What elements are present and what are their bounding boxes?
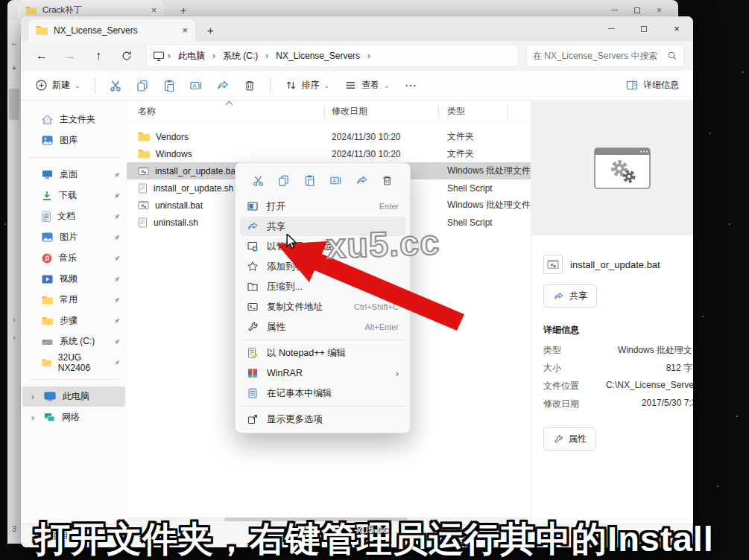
more-options-button[interactable]: ⋯ [398, 74, 423, 98]
close-icon[interactable]: × [182, 25, 188, 36]
address-bar: ← → ↑ › 此电脑 › 系统 (C:) › NX_License_Serve… [21, 41, 693, 71]
refresh-button[interactable] [115, 45, 139, 67]
column-separator[interactable] [507, 105, 508, 118]
submenu-chevron-icon: › [396, 368, 399, 379]
sidebar-item-home[interactable]: 主文件夹 [22, 109, 125, 130]
menu-item-show-more-options[interactable]: 显示更多选项 [240, 410, 405, 429]
up-button[interactable]: ↑ [86, 45, 110, 67]
folder-icon [36, 25, 48, 35]
svg-text:A: A [192, 82, 196, 89]
share-button[interactable] [210, 74, 236, 98]
details-properties-button[interactable]: 属性 [543, 427, 596, 451]
breadcrumb-item-this-pc[interactable]: 此电脑 [173, 48, 210, 65]
menu-item-shortcut: Ctrl+Shift+C [354, 302, 399, 311]
maximize-button[interactable] [628, 16, 660, 41]
background-window-edge: ← + › › 3 [7, 20, 21, 544]
menu-item-label: 以 Notepad++ 编辑 [267, 347, 346, 360]
copy-button[interactable] [274, 171, 294, 190]
chevron-right-icon[interactable]: › [28, 392, 37, 402]
sidebar-item-32ug-nx2406[interactable]: 32UG NX2406 [22, 352, 125, 372]
search-input[interactable] [533, 51, 663, 61]
column-separator[interactable] [324, 105, 325, 118]
column-header-date[interactable]: 修改日期 [324, 105, 438, 118]
cut-button[interactable] [247, 171, 268, 190]
menu-item-copy-file-path[interactable]: 复制文件地址 Ctrl+Shift+C [240, 297, 405, 316]
chevron-right-icon[interactable]: › [28, 413, 37, 423]
batch-file-icon [543, 255, 563, 274]
menu-item-label: 复制文件地址 [267, 301, 323, 314]
sidebar-item-label: 步骤 [60, 314, 78, 327]
column-header-type[interactable]: 类型 [438, 105, 531, 118]
menu-item-properties[interactable]: 属性 Alt+Enter [240, 317, 405, 337]
breadcrumb-item-drive-c[interactable]: 系统 (C:) [218, 48, 263, 65]
back-button[interactable]: ← [30, 45, 54, 67]
selected-file-summary: install_or_update.bat [543, 255, 693, 274]
details-pane-toggle[interactable]: 详细信息 [619, 74, 686, 98]
sidebar-item-label: 常用 [60, 293, 78, 306]
menu-item-label: WinRAR [267, 368, 303, 378]
sidebar-item-changyong[interactable]: 常用 [22, 290, 125, 310]
sidebar-item-network[interactable]: › 网络 [22, 407, 125, 427]
shell-script-icon [138, 183, 148, 194]
sidebar-item-label: 32UG NX2406 [58, 352, 108, 373]
sidebar-item-gallery[interactable]: 图库 [22, 130, 125, 150]
sidebar-item-pictures[interactable]: 图片 [22, 227, 125, 247]
minimize-button[interactable] [595, 16, 628, 41]
folder-icon [42, 316, 53, 325]
menu-item-label: 共享 [267, 220, 285, 233]
new-tab-button[interactable]: + [195, 19, 226, 41]
rename-button[interactable]: A [183, 74, 209, 98]
details-value: C:\NX_License_Servers [606, 380, 693, 392]
delete-button[interactable] [237, 74, 262, 98]
maximize-icon[interactable] [634, 7, 640, 13]
sidebar-item-videos[interactable]: 视频 [22, 269, 125, 289]
file-type: 文件夹 [438, 130, 531, 143]
paste-button[interactable] [157, 74, 182, 98]
star-dot [4, 223, 6, 225]
downloads-icon [42, 191, 52, 201]
file-row-windows[interactable]: Windows 2024/11/30 10:20 文件夹 [127, 145, 531, 162]
explorer-tab[interactable]: NX_License_Servers × [28, 19, 195, 41]
menu-item-edit-with-notepadpp[interactable]: 以 Notepad++ 编辑 [240, 343, 405, 363]
breadcrumb-item-folder[interactable]: NX_License_Servers [271, 48, 365, 63]
sort-button-label: 排序 [302, 79, 320, 92]
close-icon[interactable]: × [151, 5, 157, 16]
selected-file-name: install_or_update.bat [570, 259, 660, 270]
copy-button[interactable] [130, 74, 155, 98]
sidebar-item-label: 视频 [60, 273, 78, 285]
menu-item-winrar[interactable]: WinRAR › [240, 363, 405, 383]
forward-button[interactable]: → [58, 45, 82, 67]
sidebar-item-downloads[interactable]: 下载 [22, 185, 125, 206]
share-button[interactable] [351, 171, 372, 190]
chevron-down-icon: ⌄ [75, 82, 80, 89]
new-button[interactable]: 新建 ⌄ [28, 74, 87, 98]
close-icon[interactable]: × [657, 5, 662, 16]
cut-button[interactable] [103, 74, 128, 98]
details-share-button[interactable]: 共享 [543, 284, 597, 308]
sidebar-item-buzhou[interactable]: 步骤 [22, 311, 125, 331]
sort-button[interactable]: 排序 ⌄ [278, 74, 337, 98]
sidebar-item-documents[interactable]: 文档 [22, 206, 125, 226]
close-button[interactable]: × [660, 16, 693, 41]
file-row-vendors[interactable]: Vendors 2024/11/30 10:20 文件夹 [127, 128, 531, 145]
menu-item-open[interactable]: 打开 Enter [240, 197, 405, 216]
paste-button[interactable] [300, 171, 320, 190]
delete-button[interactable] [377, 171, 398, 190]
details-pane-icon [625, 79, 639, 92]
menu-item-compress-to[interactable]: 压缩到... [240, 277, 405, 296]
view-icon [344, 79, 357, 92]
star-icon [247, 261, 259, 273]
sidebar-item-this-pc[interactable]: › 此电脑 [22, 386, 125, 407]
menu-item-edit-in-notepad[interactable]: 在记事本中编辑 [240, 384, 405, 403]
rename-button[interactable]: A [325, 171, 346, 190]
column-separator[interactable] [438, 105, 439, 118]
sidebar-item-drive-c[interactable]: 系统 (C:) [22, 331, 125, 351]
column-header-name[interactable]: 名称 [127, 105, 324, 118]
view-button[interactable]: 查看 ⌄ [338, 74, 396, 98]
minimize-icon[interactable] [611, 10, 618, 10]
toolbar-separator [270, 77, 271, 94]
details-row-location: 文件位置 C:\NX_License_Servers [543, 380, 693, 392]
sidebar-item-music[interactable]: 音乐 [22, 248, 125, 268]
new-tab-button[interactable]: + [180, 4, 186, 16]
sidebar-item-desktop[interactable]: 桌面 [22, 165, 125, 185]
